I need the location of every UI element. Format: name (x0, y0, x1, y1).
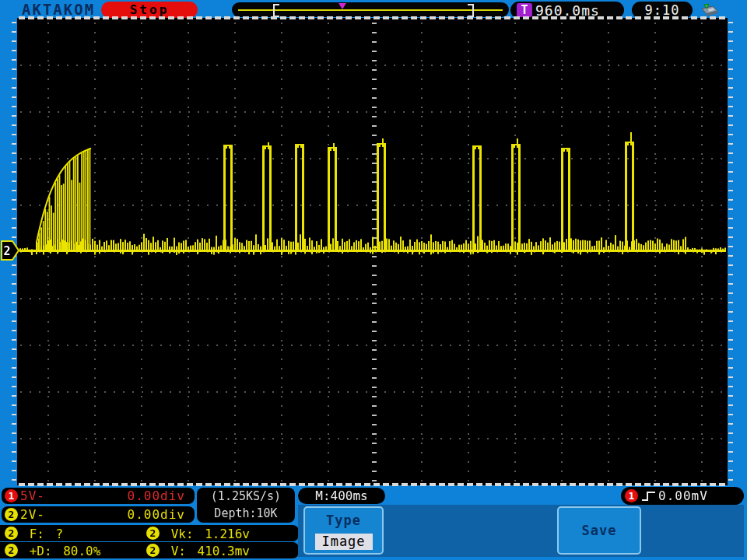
oscilloscope-screen: { "colors":{"frame_blue":"#0d82d8","pane… (0, 0, 747, 560)
measurement-row-2: 2 +D: 80.0% 2 V: 410.3mv (0, 542, 299, 558)
svg-text:2: 2 (3, 244, 10, 258)
save-button[interactable]: Save (557, 506, 641, 555)
measurement-channel-badge: 2 (5, 544, 18, 557)
type-selected-value[interactable]: Image (315, 534, 373, 550)
type-button-label: Type (305, 513, 382, 528)
measurement-row-1: 2 F: ? 2 Vk: 1.216v (0, 525, 299, 541)
measurement-label: +D: (30, 544, 52, 558)
measurement-channel-badge: 2 (5, 527, 18, 540)
measurement-frequency: 2 F: ? (5, 527, 63, 540)
sample-rate: (1.25KS/s) (197, 488, 295, 505)
channel-2-offset: 0.00div (128, 506, 185, 523)
waveform-display (0, 0, 747, 560)
measurement-value: 410.3mv (198, 544, 250, 558)
measurement-channel-badge: 2 (146, 527, 160, 540)
soft-menu-panel: Type Image Save (298, 505, 744, 557)
measurement-vk: 2 Vk: 1.216v (146, 527, 250, 540)
measurement-duty: 2 +D: 80.0% (5, 544, 100, 557)
channel-1-offset: 0.00div (128, 488, 185, 504)
memory-depth: Depth:10K (197, 505, 295, 522)
channel-1-scale: 5V- (20, 488, 45, 504)
channel-1-badge: 1 (5, 489, 18, 502)
measurement-value: ? (56, 527, 64, 541)
acquisition-info-box: (1.25KS/s) Depth:10K (197, 488, 295, 523)
trigger-level-value: 0.00mV (658, 487, 708, 505)
measurement-value: 80.0% (63, 544, 100, 558)
trigger-status-readout: 1 0.00mV (621, 487, 744, 505)
timebase-readout: M:400ms (298, 488, 385, 504)
channel-1-status-bar: 1 5V- 0.00div (2, 488, 195, 504)
measurement-value: 1.216v (205, 527, 250, 541)
measurement-voltage: 2 V: 410.3mv (146, 544, 250, 557)
measurement-label: Vk: (171, 527, 194, 541)
channel-2-scale: 2V- (20, 506, 45, 523)
measurement-label: F: (30, 527, 44, 541)
channel-2-status-bar: 2 2V- 0.00div (2, 506, 195, 523)
save-button-label: Save (582, 523, 617, 538)
measurement-channel-badge: 2 (146, 544, 160, 557)
measurement-label: V: (171, 544, 186, 558)
channel-2-badge: 2 (5, 508, 18, 521)
type-button[interactable]: Type Image (303, 506, 384, 555)
channel-2-marker[interactable]: 2 (1, 240, 20, 261)
rising-edge-icon (641, 489, 657, 502)
trigger-source-badge: 1 (625, 489, 638, 502)
